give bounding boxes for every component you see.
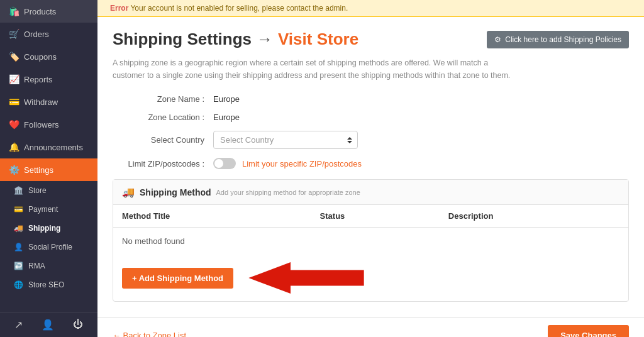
save-changes-button[interactable]: Save Changes xyxy=(548,325,629,337)
sidebar-sub-item-shipping[interactable]: 🚚 Shipping xyxy=(0,219,97,238)
shipping-icon: 🚚 xyxy=(14,224,23,233)
sidebar-item-settings[interactable]: ⚙️ Settings xyxy=(0,158,97,181)
gear-icon: ⚙ xyxy=(494,35,501,44)
shipping-table: Method Title Status Description No metho… xyxy=(113,205,628,255)
main-content: Error Your account is not enabled for se… xyxy=(97,0,644,337)
col-method-title: Method Title xyxy=(113,205,311,228)
select-country-label: Select Country xyxy=(113,135,213,145)
footer-row: ← Back to Zone List Save Changes xyxy=(97,317,644,337)
power-icon[interactable]: ⏻ xyxy=(73,319,83,331)
orders-icon: 🛒 xyxy=(9,29,19,39)
sidebar-sub-item-store[interactable]: 🏛️ Store xyxy=(0,181,97,200)
red-arrow xyxy=(243,262,369,294)
error-message: Your account is not enabled for selling,… xyxy=(130,4,348,13)
no-method-message: No method found xyxy=(113,228,628,255)
visit-store-link[interactable]: Visit Store xyxy=(278,30,358,49)
announcements-icon: 🔔 xyxy=(9,142,19,152)
coupons-icon: 🏷️ xyxy=(9,52,19,62)
external-link-icon[interactable]: ↗ xyxy=(14,319,23,331)
sidebar: 🛍️ Products 🛒 Orders 🏷️ Coupons 📈 Report… xyxy=(0,0,97,337)
store-seo-icon: 🌐 xyxy=(14,280,23,289)
description-text: A shipping zone is a geographic region w… xyxy=(113,57,521,82)
select-country-dropdown[interactable]: Select Country xyxy=(213,131,358,149)
add-shipping-area: + Add Shipping Method xyxy=(113,255,628,301)
col-status: Status xyxy=(311,205,440,228)
shipping-method-header: 🚚 Shipping Method Add your shipping meth… xyxy=(113,180,628,205)
back-to-zone-list-link[interactable]: ← Back to Zone List xyxy=(113,331,186,337)
zone-location-label: Zone Location : xyxy=(113,113,213,122)
page-title: Shipping Settings → Visit Store xyxy=(113,30,358,49)
page-header: Shipping Settings → Visit Store ⚙ Click … xyxy=(113,30,629,49)
social-profile-icon: 👤 xyxy=(14,243,23,251)
payment-icon: 💳 xyxy=(14,205,23,214)
sidebar-item-orders[interactable]: 🛒 Orders xyxy=(0,23,97,45)
shipping-method-subtitle: Add your shipping method for appropriate… xyxy=(216,189,360,196)
sidebar-item-products[interactable]: 🛍️ Products xyxy=(0,0,97,23)
shipping-method-box: 🚚 Shipping Method Add your shipping meth… xyxy=(113,179,629,302)
reports-icon: 📈 xyxy=(9,74,19,84)
add-shipping-method-button[interactable]: + Add Shipping Method xyxy=(122,268,233,289)
followers-icon: ❤️ xyxy=(9,119,19,130)
zone-name-row: Zone Name : Europe xyxy=(113,94,629,104)
sidebar-item-coupons[interactable]: 🏷️ Coupons xyxy=(0,45,97,68)
select-country-row: Select Country Select Country xyxy=(113,131,629,149)
table-row-no-data: No method found xyxy=(113,228,628,255)
zone-name-value: Europe xyxy=(213,94,240,104)
zip-toggle-label[interactable]: Limit your specific ZIP/postcodes xyxy=(242,159,362,168)
zip-toggle[interactable] xyxy=(213,158,236,169)
shipping-method-icon: 🚚 xyxy=(122,186,135,198)
sidebar-item-reports[interactable]: 📈 Reports xyxy=(0,68,97,91)
zone-name-label: Zone Name : xyxy=(113,94,213,104)
shipping-method-title: Shipping Method xyxy=(140,187,211,197)
rma-icon: ↩️ xyxy=(14,262,23,270)
user-icon[interactable]: 👤 xyxy=(42,319,54,331)
zone-location-value: Europe xyxy=(213,113,240,122)
error-prefix: Error xyxy=(110,4,128,13)
sidebar-sub-item-payment[interactable]: 💳 Payment xyxy=(0,200,97,219)
settings-icon: ⚙️ xyxy=(9,165,19,175)
toggle-row: Limit your specific ZIP/postcodes xyxy=(213,158,362,169)
sidebar-sub-item-social-profile[interactable]: 👤 Social Profile xyxy=(0,238,97,257)
col-description: Description xyxy=(440,205,628,228)
add-shipping-policies-button[interactable]: ⚙ Click here to add Shipping Policies xyxy=(487,31,629,48)
sidebar-item-withdraw[interactable]: 💳 Withdraw xyxy=(0,91,97,113)
limit-zip-row: Limit ZIP/postcodes : Limit your specifi… xyxy=(113,158,629,169)
products-icon: 🛍️ xyxy=(9,6,19,16)
arrow-separator: → xyxy=(257,30,273,49)
store-icon: 🏛️ xyxy=(14,186,23,195)
sidebar-bottom: ↗ 👤 ⏻ xyxy=(0,312,97,337)
svg-marker-0 xyxy=(248,262,364,294)
sidebar-sub-item-rma[interactable]: ↩️ RMA xyxy=(0,257,97,275)
page-title-text: Shipping Settings xyxy=(113,30,252,49)
withdraw-icon: 💳 xyxy=(9,97,19,107)
sidebar-sub-item-store-seo[interactable]: 🌐 Store SEO xyxy=(0,275,97,294)
sidebar-item-followers[interactable]: ❤️ Followers xyxy=(0,113,97,136)
content-area: Shipping Settings → Visit Store ⚙ Click … xyxy=(97,17,644,314)
limit-zip-label: Limit ZIP/postcodes : xyxy=(113,159,213,168)
zone-location-row: Zone Location : Europe xyxy=(113,113,629,122)
sidebar-item-announcements[interactable]: 🔔 Announcements xyxy=(0,136,97,158)
error-banner: Error Your account is not enabled for se… xyxy=(97,0,644,17)
